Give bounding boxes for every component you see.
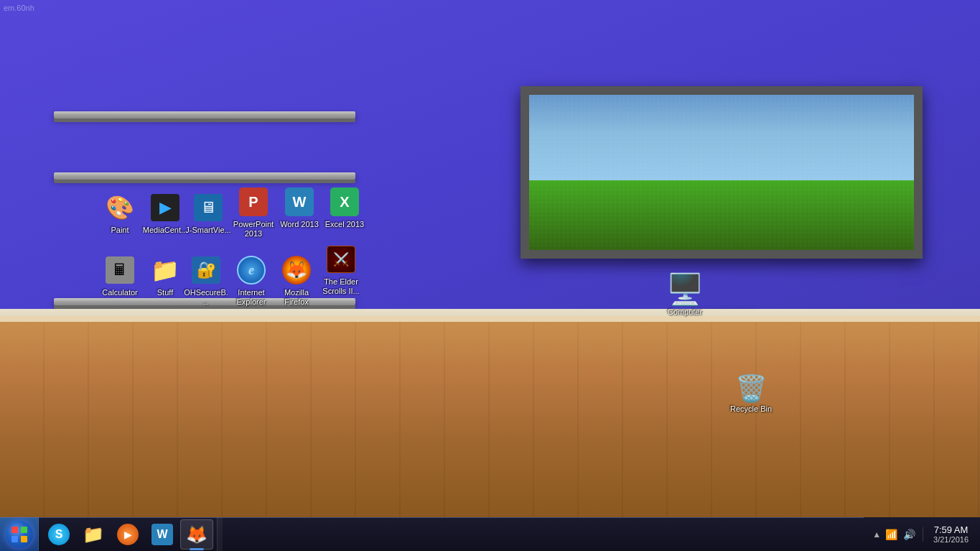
watermark: em.60nh <box>4 4 34 12</box>
computer-label: Computer <box>666 307 704 318</box>
paint-icon-img: 🎨 <box>105 193 135 223</box>
ie-letter: e <box>237 256 266 284</box>
computer-icon-img: 🖥️ <box>666 272 704 307</box>
clock-date: 3/21/2016 <box>933 535 969 544</box>
icon-firefox[interactable]: 🦊 Mozilla Firefox <box>271 255 322 307</box>
taskbar-explorer[interactable]: 📁 <box>77 519 110 550</box>
icon-paint[interactable]: 🎨 Paint <box>95 193 145 236</box>
taskbar: S 📁 ▶ W 🦊 ▲ 📶 🔊 7:59 AM <box>0 517 980 551</box>
pp-letter: P <box>239 187 268 216</box>
mediacenter-label: MediaCent... <box>141 225 190 236</box>
excel-letter: X <box>330 187 359 216</box>
taskbar-firefox[interactable]: 🦊 <box>180 519 213 550</box>
icon-ohsecureb[interactable]: 🔐 OHSecureB... <box>181 255 231 307</box>
icon-elder-scrolls[interactable]: ⚔️ The Elder Scrolls II... <box>316 244 366 297</box>
tray-expand-button[interactable]: ▲ <box>869 529 884 540</box>
mediacenter-icon-img: ▶ <box>150 193 180 223</box>
desktop-icons-layer: 🎨 Paint ▶ MediaCent... 🖥 J-SmartVie... <box>0 0 980 517</box>
windows-logo <box>11 527 27 542</box>
smartview-label: J-SmartVie... <box>183 225 233 236</box>
word-icon-img: W <box>284 187 314 217</box>
excel-label: Excel 2013 <box>323 219 366 230</box>
taskbar-media-player[interactable]: ▶ <box>111 519 144 550</box>
icon-calculator[interactable]: 🖩 Calculator <box>95 255 145 298</box>
win-logo-br <box>21 536 27 542</box>
ohsecureb-icon-img: 🔐 <box>191 255 221 285</box>
powerpoint-icon-img: P <box>238 187 269 217</box>
explorer-icon: 📁 <box>83 524 104 545</box>
ie-icon-img: e <box>236 255 266 285</box>
firefox-graphic: 🦊 <box>282 256 311 284</box>
stuff-label: Stuff <box>155 287 175 298</box>
recycle-bin-icon-img: 🗑️ <box>735 374 767 404</box>
firefox-icon-img: 🦊 <box>281 255 312 285</box>
word-letter: W <box>285 187 314 216</box>
skype-icon: S <box>48 524 70 545</box>
network-icon[interactable]: 📶 <box>884 527 899 542</box>
ohsecureb-label: OHSecureB... <box>181 287 231 307</box>
calculator-label: Calculator <box>100 287 140 298</box>
icon-smartview[interactable]: 🖥 J-SmartVie... <box>183 193 233 236</box>
recycle-bin-label: Recycle Bin <box>728 404 774 415</box>
system-clock[interactable]: 7:59 AM 3/21/2016 <box>928 523 974 545</box>
firefox-label: Mozilla Firefox <box>271 287 322 307</box>
icon-recycle-bin[interactable]: 🗑️ Recycle Bin <box>722 374 780 415</box>
powerpoint-label: PowerPoint 2013 <box>228 219 279 239</box>
desktop: em.60nh 🎨 Paint <box>0 0 980 517</box>
win-logo-tr <box>21 527 27 533</box>
tray-icons: 📶 🔊 <box>884 527 923 542</box>
ie-label: Internet Explorer <box>226 287 276 307</box>
taskbar-word[interactable]: W <box>146 519 179 550</box>
win-logo-tl <box>11 527 18 533</box>
icon-ie[interactable]: e Internet Explorer <box>226 255 276 307</box>
media-player-icon: ▶ <box>117 524 139 545</box>
start-orb <box>6 521 33 548</box>
taskbar-skype[interactable]: S <box>42 519 75 550</box>
volume-icon[interactable]: 🔊 <box>902 527 917 542</box>
stuff-icon-img: 📁 <box>150 255 180 285</box>
win-logo-bl <box>11 536 18 542</box>
elder-scrolls-icon-img: ⚔️ <box>326 244 356 274</box>
show-desktop-button[interactable] <box>217 517 223 551</box>
excel-icon-img: X <box>330 187 360 217</box>
elder-scrolls-label: The Elder Scrolls II... <box>316 277 366 297</box>
paint-label: Paint <box>108 225 131 236</box>
word-label: Word 2013 <box>278 219 321 230</box>
icon-powerpoint[interactable]: P PowerPoint 2013 <box>228 187 279 239</box>
firefox-taskbar-icon: 🦊 <box>186 524 207 545</box>
icon-word[interactable]: W Word 2013 <box>274 187 325 230</box>
start-button[interactable] <box>0 517 39 551</box>
icon-computer[interactable]: 🖥️ Computer <box>656 272 714 318</box>
smartview-icon-img: 🖥 <box>193 193 223 223</box>
clock-time: 7:59 AM <box>934 524 969 535</box>
taskbar-pinned-items: S 📁 ▶ W 🦊 <box>39 517 217 551</box>
system-tray: ▲ 📶 🔊 7:59 AM 3/21/2016 <box>864 517 980 551</box>
word-taskbar-icon: W <box>151 524 173 545</box>
calculator-icon-img: 🖩 <box>105 255 135 285</box>
icon-excel[interactable]: X Excel 2013 <box>319 187 370 230</box>
